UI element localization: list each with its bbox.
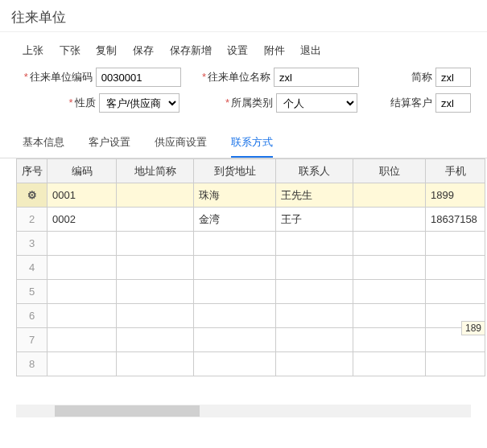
unit-code-input[interactable]	[96, 68, 181, 87]
table-header-row: 序号 编码 地址简称 到货地址 联系人 职位 手机	[17, 159, 485, 183]
table-row[interactable]: 2 0002 金湾 王子 18637158	[17, 208, 485, 232]
row-seq: 6	[17, 304, 47, 328]
phone-tooltip: 189	[461, 321, 485, 335]
cell-phone[interactable]: 1899	[426, 183, 485, 208]
scrollbar-thumb[interactable]	[55, 405, 200, 417]
unit-code-label: *往来单位编码	[16, 70, 96, 84]
exit-button[interactable]: 退出	[300, 43, 321, 58]
cell-title[interactable]	[353, 183, 426, 208]
cell-contact[interactable]: 王子	[276, 208, 353, 232]
tab-contact[interactable]: 联系方式	[231, 127, 273, 158]
table-row[interactable]: 3	[17, 232, 485, 256]
contact-table: 序号 编码 地址简称 到货地址 联系人 职位 手机 ⚙ 0001 珠海 王先生 …	[16, 158, 485, 376]
cell-code[interactable]: 0002	[47, 208, 117, 232]
tabs: 基本信息 客户设置 供应商设置 联系方式	[0, 127, 487, 158]
cell-code[interactable]: 0001	[47, 183, 117, 208]
unit-name-input[interactable]	[274, 68, 359, 87]
save-new-button[interactable]: 保存新增	[170, 43, 212, 58]
table-row[interactable]: 6	[17, 304, 485, 328]
col-seq[interactable]: 序号	[17, 159, 47, 183]
cell-phone[interactable]: 18637158	[426, 208, 485, 232]
tab-basic[interactable]: 基本信息	[23, 127, 64, 158]
toolbar: 上张 下张 复制 保存 保存新增 设置 附件 退出	[0, 32, 487, 68]
col-addr-short[interactable]: 地址简称	[117, 159, 194, 183]
horizontal-scrollbar[interactable]	[16, 405, 471, 417]
prev-button[interactable]: 上张	[23, 43, 43, 58]
short-input[interactable]	[435, 68, 471, 87]
table-row[interactable]: 4	[17, 256, 485, 280]
row-seq: 3	[17, 232, 47, 256]
cell-addr-short[interactable]	[117, 208, 194, 232]
cell-delivery[interactable]: 珠海	[194, 183, 276, 208]
category-label: *所属类别	[194, 96, 277, 110]
attach-button[interactable]: 附件	[264, 43, 285, 58]
copy-button[interactable]: 复制	[96, 43, 117, 58]
settle-input[interactable]	[435, 93, 471, 113]
col-title[interactable]: 职位	[353, 159, 426, 183]
nature-label: *性质	[16, 96, 99, 110]
settle-label: 结算客户	[390, 96, 435, 110]
table-row[interactable]: ⚙ 0001 珠海 王先生 1899	[17, 183, 485, 208]
gear-icon[interactable]: ⚙	[27, 189, 37, 201]
category-select[interactable]: 个人	[276, 93, 357, 113]
table-row[interactable]: 5	[17, 280, 485, 304]
col-contact[interactable]: 联系人	[276, 159, 353, 183]
table-row[interactable]: 8	[17, 352, 485, 376]
settings-button[interactable]: 设置	[227, 43, 248, 58]
col-phone[interactable]: 手机	[426, 159, 485, 183]
next-button[interactable]: 下张	[60, 43, 80, 58]
page-title: 往来单位	[11, 8, 476, 27]
unit-name-label: *往来单位名称	[194, 70, 274, 84]
row-seq: 5	[17, 280, 47, 304]
cell-contact[interactable]: 王先生	[276, 183, 353, 208]
nature-select[interactable]: 客户/供应商	[99, 93, 180, 113]
row-seq: 7	[17, 328, 47, 352]
cell-delivery[interactable]: 金湾	[194, 208, 276, 232]
cell-addr-short[interactable]	[117, 183, 194, 208]
row-seq: 8	[17, 352, 47, 376]
save-button[interactable]: 保存	[133, 43, 154, 58]
tab-supplier[interactable]: 供应商设置	[155, 127, 207, 158]
col-delivery[interactable]: 到货地址	[194, 159, 276, 183]
col-code[interactable]: 编码	[47, 159, 117, 183]
table-row[interactable]: 7	[17, 328, 485, 352]
row-seq: 4	[17, 256, 47, 280]
row-seq: 2	[17, 208, 47, 232]
tab-customer[interactable]: 客户设置	[89, 127, 130, 158]
short-label: 简称	[391, 70, 435, 84]
cell-title[interactable]	[353, 208, 426, 232]
